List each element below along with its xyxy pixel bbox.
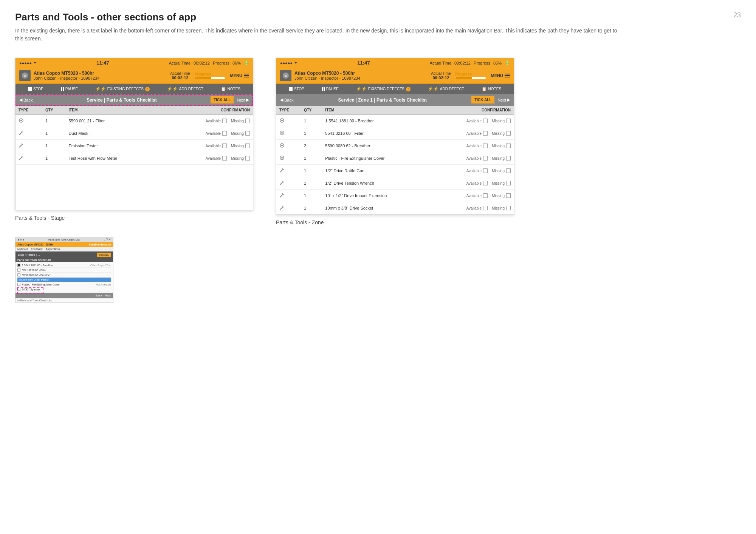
left-cell-qty-1: 1 [42,127,66,140]
right-notes-button[interactable]: 📋 NOTES [482,86,501,91]
right-missing-checkbox-6[interactable] [506,193,511,198]
right-missing-checkbox-2[interactable] [506,144,511,148]
right-cell-item-6: 10" x 1/2" Drive Impact Extension [322,190,426,202]
left-missing-label-0: Missing [231,119,244,123]
right-missing-checkbox-4[interactable] [506,168,511,173]
right-cell-confirm-7: Available Missing [436,202,514,215]
left-back-chevron: ◀ [19,97,22,102]
legacy-tab-feedback[interactable]: Feedback [31,248,43,250]
left-missing-checkbox-3[interactable] [245,156,250,161]
legacy-nav-back[interactable]: Back [96,294,102,297]
legacy-tab-home[interactable]: MyBoard [17,248,28,250]
right-add-defect-icon: ⚡⚡ [428,86,438,91]
right-cell-qty-6: 1 [301,190,322,202]
right-available-group-3: Available [466,156,488,161]
right-back-button[interactable]: ◀ Back [280,97,293,102]
right-cell-spacer-1 [427,127,436,140]
left-missing-checkbox-0[interactable] [245,119,250,123]
left-header-bar: ⚙ Atlas Copco MT5020 - 500hr John Citize… [15,68,253,84]
right-add-defect-button[interactable]: ⚡⚡ ADD DEFECT [428,86,464,91]
page-title: Parts and Tools - other sections of app [15,11,741,23]
right-table-row: 1 1/2" Drive Rattle Gun Available Missin… [276,165,514,177]
left-header-time: Actual Time 00:02:12 [170,71,190,80]
legacy-tick-all-button[interactable]: Tick ALL [97,253,111,257]
left-stop-button[interactable]: STOP [28,87,43,91]
right-tick-all-button[interactable]: TICK ALL [471,96,494,103]
left-notes-label: NOTES [228,87,240,91]
legacy-checkbox-1[interactable] [17,269,20,272]
right-logo: ⚙ [280,70,291,81]
right-available-checkbox-7[interactable] [483,206,488,210]
right-available-checkbox-3[interactable] [483,156,488,161]
left-back-label: Back [23,98,33,102]
left-pause-button[interactable]: PAUSE [61,87,78,91]
left-prog-label: Progress [195,72,225,76]
right-next-label: Next [497,98,506,102]
right-col-spacer [427,106,436,115]
left-col-item: ITEM [65,106,158,115]
right-menu-label: MENU [491,73,503,78]
left-stop-icon [28,87,32,91]
right-missing-checkbox-7[interactable] [506,206,511,210]
legacy-item-label-3: Plastic - Fire Extinguisher Cover [22,283,94,286]
left-time: 11:47 [96,60,109,66]
left-missing-checkbox-1[interactable] [245,131,250,136]
left-back-button[interactable]: ◀ Back [19,97,33,102]
right-defects-button[interactable]: ⚡⚡ EXISTING DEFECTS ! [356,86,411,91]
right-missing-checkbox-3[interactable] [506,156,511,161]
left-menu-button[interactable]: MENU [230,73,249,78]
left-defects-button[interactable]: ⚡⚡ EXISTING DEFECTS ! [95,86,150,91]
legacy-checkbox-3[interactable] [17,283,20,286]
right-notes-label: NOTES [488,87,501,91]
right-available-checkbox-4[interactable] [483,168,488,173]
left-available-checkbox-0[interactable] [222,119,227,123]
legacy-checkbox-0[interactable] [17,264,20,267]
left-add-defect-button[interactable]: ⚡⚡ ADD DEFECT [167,86,203,91]
right-available-checkbox-2[interactable] [483,144,488,148]
right-cell-qty-2: 2 [301,140,322,152]
left-tick-all-button[interactable]: TICK ALL [211,96,234,103]
left-cell-spacer-0 [158,115,168,127]
svg-point-13 [281,120,283,121]
right-cell-item-7: 10mm x 3/8" Drive Socket [322,202,426,215]
right-table-row: 1 10mm x 3/8" Drive Socket Available Mis… [276,202,514,215]
right-menu-button[interactable]: MENU [491,73,510,78]
right-prog-label: Progress [455,72,486,76]
left-col-spacer [158,106,168,115]
right-available-label-5: Available [466,181,482,185]
left-available-checkbox-3[interactable] [222,156,227,161]
right-pause-button[interactable]: PAUSE [322,87,339,91]
right-cell-item-4: 1/2" Drive Rattle Gun [322,165,426,177]
right-stop-button[interactable]: STOP [289,87,304,91]
right-available-checkbox-5[interactable] [483,181,488,185]
right-status-signals: ●●●●● ✦ [280,60,297,65]
right-missing-group-2: Missing [492,144,511,148]
svg-point-19 [281,157,283,159]
page-number: 23 [733,11,741,19]
right-missing-checkbox-1[interactable] [506,131,511,136]
page-description: In the existing design, there is a text … [15,27,620,43]
legacy-nav-next[interactable]: Next [105,294,111,297]
legacy-list-item-2: 5590 0080 62 - Breather [17,273,111,278]
right-available-checkbox-1[interactable] [483,131,488,136]
right-screen-label: Parts & Tools - Zone [276,219,514,225]
right-next-button[interactable]: Next ▶ [497,97,510,102]
legacy-checkbox-2[interactable] [17,273,20,276]
left-defects-label: EXISTING DEFECTS [107,87,144,91]
right-available-checkbox-0[interactable] [483,119,488,123]
right-missing-checkbox-5[interactable] [506,181,511,185]
legacy-highlighted-label: Source from Other Person [19,278,50,281]
right-cell-type-0 [276,115,301,127]
left-notes-button[interactable]: 📋 NOTES [221,86,240,91]
left-pause-icon [61,87,64,91]
right-missing-checkbox-0[interactable] [506,119,511,123]
right-available-checkbox-6[interactable] [483,193,488,198]
left-missing-checkbox-2[interactable] [245,144,250,148]
left-actual-time-label2: Actual Time [170,71,190,76]
left-available-checkbox-1[interactable] [222,131,227,136]
left-next-button[interactable]: Next ▶ [237,97,249,102]
left-available-checkbox-2[interactable] [222,144,227,148]
left-available-group-3: Available [206,156,227,161]
legacy-tab-apps[interactable]: Applications [46,248,60,250]
left-cell-item-1: Dust Mask [65,127,158,140]
